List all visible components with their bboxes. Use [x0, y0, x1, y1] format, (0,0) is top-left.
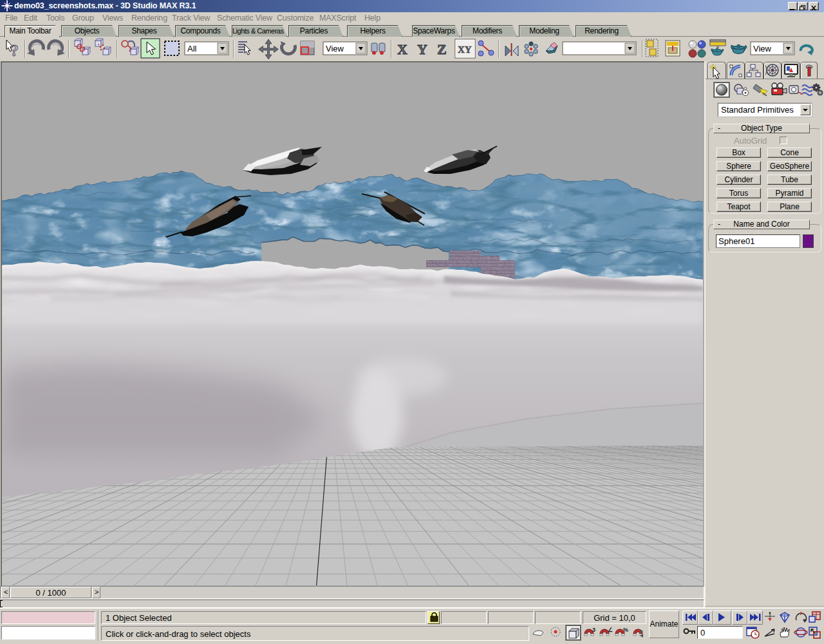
- svg-text:All: All: [187, 44, 197, 53]
- svg-text:Z: Z: [437, 41, 447, 57]
- svg-text:X: X: [397, 41, 407, 57]
- svg-text:∠: ∠: [608, 627, 613, 633]
- svg-text:?: ?: [10, 41, 19, 60]
- svg-text:XY: XY: [458, 44, 472, 55]
- svg-text:View: View: [753, 44, 772, 53]
- svg-text:%: %: [623, 627, 628, 633]
- svg-text:Y: Y: [417, 41, 427, 57]
- svg-text:3: 3: [592, 627, 595, 633]
- svg-text:View: View: [326, 44, 344, 53]
